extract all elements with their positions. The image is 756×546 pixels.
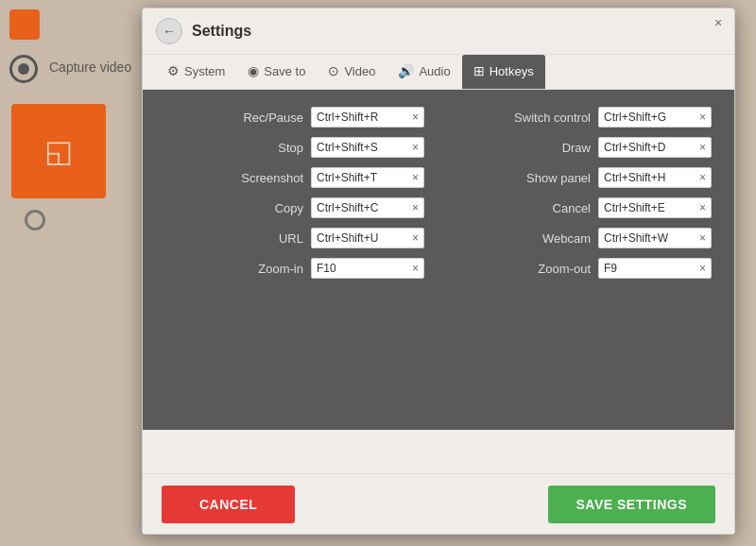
tab-audio-label: Audio <box>419 64 450 78</box>
hotkey-value-screenshot: Ctrl+Shift+T <box>317 171 408 184</box>
tab-system-label: System <box>184 64 225 78</box>
hotkey-input-draw[interactable]: Ctrl+Shift+D × <box>598 137 712 158</box>
hotkey-input-webcam[interactable]: Ctrl+Shift+W × <box>598 228 712 248</box>
save-settings-button[interactable]: SAVE SETTINGS <box>548 486 715 523</box>
tab-video[interactable]: ⊙ Video <box>317 55 387 89</box>
hotkey-input-stop[interactable]: Ctrl+Shift+S × <box>311 137 424 158</box>
hotkey-label-url: URL <box>228 231 303 246</box>
hotkey-value-switch-control: Ctrl+Shift+G <box>604 111 696 124</box>
hotkey-clear-cancel[interactable]: × <box>699 201 706 214</box>
hotkey-input-screenshot[interactable]: Ctrl+Shift+T × <box>311 167 424 188</box>
hotkey-value-zoom-in: F10 <box>317 262 408 275</box>
hotkey-label-rec/pause: Rec/Pause <box>228 111 303 125</box>
hotkey-label-webcam: Webcam <box>515 231 591 246</box>
audio-icon: 🔊 <box>398 63 414 78</box>
record-circle[interactable] <box>9 55 38 83</box>
tab-audio[interactable]: 🔊 Audio <box>387 55 461 89</box>
dialog-title: Settings <box>192 23 251 40</box>
hotkey-row-right-3: Cancel Ctrl+Shift+E × <box>453 197 712 218</box>
close-icon[interactable]: × <box>710 14 727 31</box>
tab-hotkeys[interactable]: ⊞ Hotkeys <box>462 55 545 89</box>
hotkey-input-rec/pause[interactable]: Ctrl+Shift+R × <box>311 107 424 128</box>
back-icon: ← <box>163 24 176 39</box>
small-circle <box>25 210 45 230</box>
hotkey-row-left-1: Stop Ctrl+Shift+S × <box>165 137 424 158</box>
hotkeys-icon: ⊞ <box>473 63 485 78</box>
back-button[interactable]: ← <box>156 18 182 44</box>
hotkey-label-stop: Stop <box>228 141 303 155</box>
hotkey-label-zoom-out: Zoom-out <box>515 262 591 276</box>
hotkey-value-show-panel: Ctrl+Shift+H <box>604 171 696 184</box>
cancel-button[interactable]: CANCEL <box>162 486 295 523</box>
thumbnail-card: ◱ <box>11 104 106 198</box>
hotkey-label-zoom-in: Zoom-in <box>228 262 303 276</box>
record-inner <box>18 63 29 75</box>
hotkey-input-cancel[interactable]: Ctrl+Shift+E × <box>598 197 712 218</box>
hotkey-value-draw: Ctrl+Shift+D <box>604 141 696 154</box>
hotkey-label-screenshot: Screenshot <box>228 171 303 185</box>
tab-video-label: Video <box>344 64 375 78</box>
hotkey-value-zoom-out: F9 <box>604 262 696 275</box>
hotkey-clear-copy[interactable]: × <box>412 201 419 214</box>
hotkey-clear-draw[interactable]: × <box>699 141 706 154</box>
hotkey-input-url[interactable]: Ctrl+Shift+U × <box>311 228 424 248</box>
hotkey-row-right-4: Webcam Ctrl+Shift+W × <box>453 228 712 248</box>
hotkey-value-stop: Ctrl+Shift+S <box>317 141 408 154</box>
hotkey-row-left-5: Zoom-in F10 × <box>165 258 424 279</box>
hotkey-value-rec/pause: Ctrl+Shift+R <box>317 111 408 124</box>
hotkey-label-switch-control: Switch control <box>514 111 591 125</box>
hotkey-row-left-2: Screenshot Ctrl+Shift+T × <box>165 167 424 188</box>
hotkey-clear-switch-control[interactable]: × <box>699 111 706 124</box>
tab-system[interactable]: ⚙ System <box>156 55 236 89</box>
tab-saveto[interactable]: ◉ Save to <box>236 55 317 89</box>
hotkey-clear-show-panel[interactable]: × <box>699 171 706 184</box>
record-area <box>9 55 38 83</box>
hotkey-input-zoom-in[interactable]: F10 × <box>311 258 424 279</box>
hotkey-clear-webcam[interactable]: × <box>699 231 706 245</box>
hotkey-value-copy: Ctrl+Shift+C <box>317 201 408 214</box>
video-icon: ⊙ <box>328 63 339 78</box>
hotkey-row-left-4: URL Ctrl+Shift+U × <box>165 228 424 248</box>
hotkey-clear-screenshot[interactable]: × <box>412 171 419 184</box>
hotkey-input-zoom-out[interactable]: F9 × <box>598 258 712 279</box>
settings-dialog: × ← Settings ⚙ System ◉ Save to ⊙ Video … <box>142 8 735 535</box>
hotkey-row-left-3: Copy Ctrl+Shift+C × <box>165 197 424 218</box>
hotkey-clear-rec/pause[interactable]: × <box>412 111 419 124</box>
hotkey-input-switch-control[interactable]: Ctrl+Shift+G × <box>598 107 712 128</box>
hotkey-row-right-0: Switch control Ctrl+Shift+G × <box>453 107 712 128</box>
hotkey-clear-zoom-in[interactable]: × <box>412 262 419 275</box>
hotkey-row-right-5: Zoom-out F9 × <box>453 258 712 279</box>
hotkeys-content: Rec/Pause Ctrl+Shift+R × Switch control … <box>143 90 734 430</box>
hotkey-row-left-0: Rec/Pause Ctrl+Shift+R × <box>165 107 424 128</box>
hotkey-clear-url[interactable]: × <box>412 231 419 245</box>
tab-saveto-label: Save to <box>264 64 305 78</box>
capture-video-label: Capture video <box>49 60 131 75</box>
hotkey-grid: Rec/Pause Ctrl+Shift+R × Switch control … <box>165 107 712 279</box>
hotkey-label-show-panel: Show panel <box>515 171 591 185</box>
app-logo <box>9 9 40 40</box>
hotkey-input-copy[interactable]: Ctrl+Shift+C × <box>311 197 424 218</box>
hotkey-input-show-panel[interactable]: Ctrl+Shift+H × <box>598 167 712 188</box>
hotkey-row-right-1: Draw Ctrl+Shift+D × <box>453 137 712 158</box>
hotkey-label-draw: Draw <box>515 141 591 155</box>
dialog-header: ← Settings <box>143 9 734 55</box>
tab-hotkeys-label: Hotkeys <box>490 64 534 78</box>
hotkey-clear-zoom-out[interactable]: × <box>699 262 706 275</box>
thumb-icon: ◱ <box>44 133 73 169</box>
hotkey-value-webcam: Ctrl+Shift+W <box>604 231 696 245</box>
hotkey-row-right-2: Show panel Ctrl+Shift+H × <box>453 167 712 188</box>
saveto-icon: ◉ <box>248 63 259 78</box>
hotkey-label-cancel: Cancel <box>515 201 591 215</box>
system-icon: ⚙ <box>167 63 180 78</box>
dialog-footer: CANCEL SAVE SETTINGS <box>143 473 734 534</box>
hotkey-value-cancel: Ctrl+Shift+E <box>604 201 696 214</box>
hotkey-value-url: Ctrl+Shift+U <box>317 231 408 245</box>
settings-tabs: ⚙ System ◉ Save to ⊙ Video 🔊 Audio ⊞ Hot… <box>143 55 734 90</box>
hotkey-label-copy: Copy <box>228 201 303 215</box>
hotkey-clear-stop[interactable]: × <box>412 141 419 154</box>
